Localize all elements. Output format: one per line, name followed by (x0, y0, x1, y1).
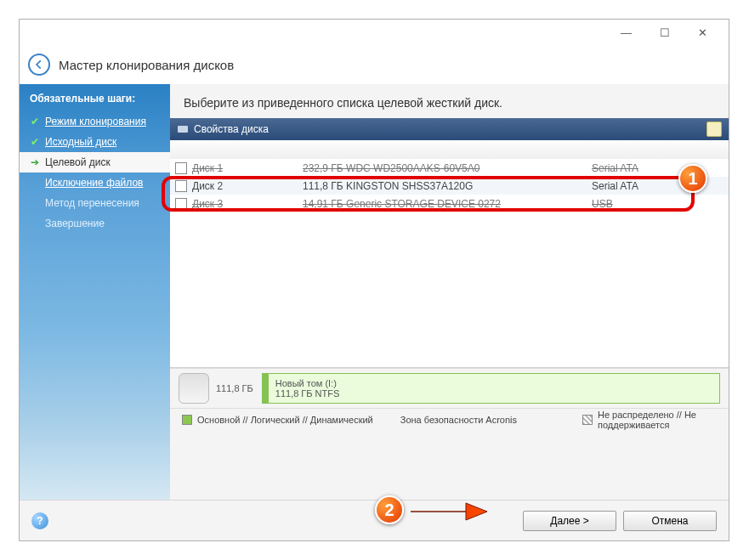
svg-rect-0 (178, 126, 188, 133)
disk-summary: 111,8 ГБ Новый том (I:) 111,8 ГБ NTFS (170, 368, 729, 409)
panel-options-button[interactable] (706, 122, 722, 137)
wizard-header: Мастер клонирования дисков (20, 45, 729, 84)
sidebar-item-label: Исходный диск (45, 136, 116, 148)
volume-detail: 111,8 ГБ NTFS (275, 388, 719, 399)
list-column-header (170, 140, 729, 159)
disk-row-selected[interactable]: Диск 2 111,8 ГБ KINGSTON SHSS37A120G Ser… (170, 177, 729, 195)
help-button[interactable]: ? (31, 512, 48, 529)
legend-left: Основной // Логический // Динамический (197, 415, 373, 425)
cancel-button[interactable]: Отмена (623, 511, 717, 531)
annotation-badge-2: 2 (375, 495, 404, 524)
volume-name: Новый том (I:) (275, 378, 719, 388)
disk-interface: Serial ATA (592, 180, 729, 192)
back-arrow-icon (33, 59, 45, 71)
sidebar-item-label: Целевой диск (45, 156, 111, 168)
close-button[interactable]: ✕ (684, 20, 722, 45)
volume-bar[interactable]: Новый том (I:) 111,8 ГБ NTFS (262, 373, 720, 404)
next-button[interactable]: Далее > (523, 511, 616, 531)
check-icon: ✔ (30, 116, 40, 127)
footer: ? Далее > Отмена (20, 500, 729, 540)
sidebar-step-target[interactable]: ➔ Целевой диск (20, 152, 170, 173)
disk-capacity: 111,8 ГБ KINGSTON SHSS37A120G (303, 180, 592, 192)
wizard-title: Мастер клонирования дисков (59, 58, 234, 72)
legend-right: Не распределено // Не поддерживается (598, 410, 717, 430)
disk-name: Диск 1 (192, 162, 303, 174)
annotation-badge-1: 1 (678, 164, 707, 193)
sidebar: Обязательные шаги: ✔ Режим клонирования … (20, 84, 170, 500)
panel-header: Свойства диска (170, 118, 729, 140)
disk-capacity: 232,9 ГБ WDC WD2500AAKS-60V5A0 (303, 162, 592, 174)
legend-mid: Зона безопасности Acronis (400, 415, 517, 425)
checkbox[interactable] (175, 180, 187, 192)
legend-swatch-primary (182, 415, 192, 425)
sidebar-step-method[interactable]: Метод перенесения (20, 193, 170, 213)
check-icon: ✔ (30, 136, 40, 148)
legend: Основной // Логический // Динамический З… (170, 409, 729, 431)
disk-row[interactable]: Диск 3 14,91 ГБ Generic STORAGE DEVICE 0… (170, 195, 729, 212)
disk-name: Диск 2 (192, 180, 303, 192)
arrow-right-icon: ➔ (30, 156, 40, 168)
checkbox[interactable] (175, 162, 187, 174)
maximize-button[interactable]: ☐ (645, 20, 684, 45)
disk-name: Диск 3 (192, 198, 303, 210)
main-panel: Выберите из приведенного списка целевой … (170, 84, 729, 500)
back-button[interactable] (28, 54, 50, 76)
sidebar-step-exclude[interactable]: Исключение файлов (20, 173, 170, 193)
minimize-button[interactable]: — (607, 20, 645, 45)
sidebar-item-label: Исключение файлов (45, 177, 143, 189)
disk-interface: USB (592, 198, 729, 210)
sidebar-step-finish[interactable]: Завершение (20, 213, 170, 234)
disk-icon (179, 373, 209, 404)
instruction-text: Выберите из приведенного списка целевой … (170, 84, 729, 118)
legend-swatch-unallocated (582, 415, 593, 425)
disk-capacity: 14,91 ГБ Generic STORAGE DEVICE 0272 (303, 198, 592, 210)
sidebar-item-label: Завершение (45, 218, 105, 229)
sidebar-step-source[interactable]: ✔ Исходный диск (20, 132, 170, 152)
checkbox[interactable] (175, 198, 187, 210)
disk-properties-icon (177, 123, 189, 135)
disk-interface: Serial ATA (592, 162, 729, 174)
titlebar: — ☐ ✕ (20, 20, 729, 45)
window-frame: — ☐ ✕ Мастер клонирования дисков Обязате… (19, 19, 729, 541)
panel-title: Свойства диска (194, 123, 269, 135)
disk-list: Диск 1 232,9 ГБ WDC WD2500AAKS-60V5A0 Se… (170, 140, 729, 368)
sidebar-step-mode[interactable]: ✔ Режим клонирования (20, 111, 170, 132)
sidebar-item-label: Режим клонирования (45, 116, 146, 127)
sidebar-heading: Обязательные шаги: (20, 88, 170, 111)
sidebar-item-label: Метод перенесения (45, 197, 139, 209)
disk-row[interactable]: Диск 1 232,9 ГБ WDC WD2500AAKS-60V5A0 Se… (170, 159, 729, 177)
disk-size: 111,8 ГБ (216, 383, 253, 393)
